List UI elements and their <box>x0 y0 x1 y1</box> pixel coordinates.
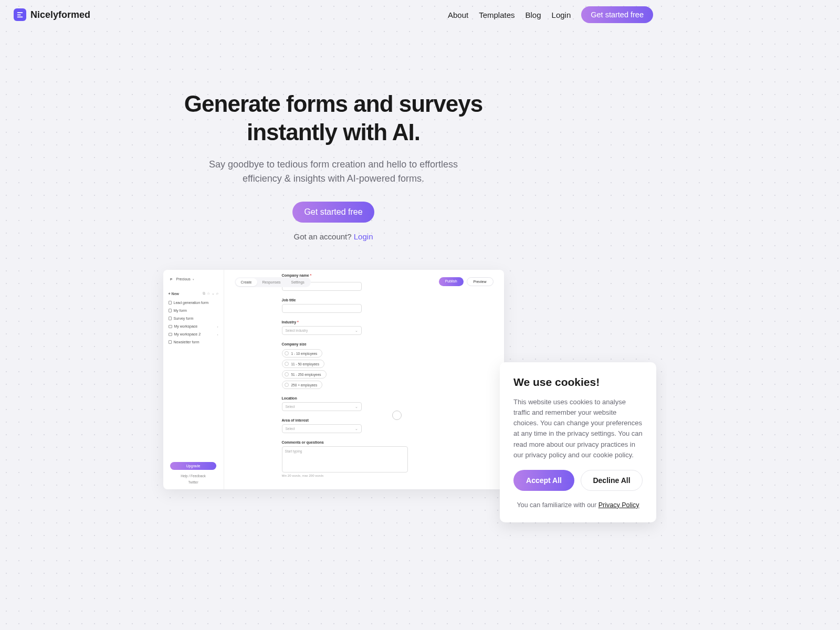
mockup-new-row: + New ⧉ ☆ ⌄ ⌕ <box>167 288 219 299</box>
chevron-right-icon: › <box>217 325 218 328</box>
file-icon <box>169 317 172 320</box>
filter-icon: ⌄ <box>212 291 215 296</box>
select-location: Select ⌄ <box>282 402 362 411</box>
plus-icon: + <box>169 292 171 296</box>
cookie-banner: We use cookies! This website uses cookie… <box>500 362 656 522</box>
char-hint: Min 20 words, max 200 words <box>282 474 418 477</box>
label-industry: Industry * <box>282 320 418 324</box>
select-industry: Select industry ⌄ <box>282 326 362 335</box>
tab-settings: Settings <box>286 278 310 286</box>
label-company-name: Company name * <box>282 274 418 277</box>
sidebar-item-label: My workspace 2 <box>174 332 201 336</box>
new-button: + New <box>169 292 180 296</box>
sidebar-item-label: My workspace <box>174 324 198 328</box>
sidebar-item: Lead generation form <box>167 299 219 307</box>
logo[interactable]: Nicelyformed <box>14 8 90 21</box>
chevron-down-icon: ⌄ <box>355 405 358 409</box>
mockup-main: Create Responses Settings Publish Previe… <box>224 270 504 489</box>
mockup-actions: Publish Preview <box>439 277 494 286</box>
tab-create: Create <box>236 278 257 286</box>
sidebar-item-label: My form <box>174 309 187 312</box>
cursor-indicator <box>392 411 402 420</box>
preview-button: Preview <box>467 277 494 286</box>
sidebar-item: My form <box>167 307 219 314</box>
copy-icon: ⧉ <box>203 291 205 296</box>
label-job-title: Job title <box>282 298 418 302</box>
label-company-size: Company size <box>282 342 418 346</box>
radio-icon <box>285 372 289 376</box>
input-job-title <box>282 304 362 313</box>
sidebar-item: My workspace› <box>167 322 219 330</box>
sidebar-item: Survey form <box>167 314 219 322</box>
nav-blog[interactable]: Blog <box>526 10 541 19</box>
user-name: Precious <box>176 277 191 281</box>
avatar: P <box>169 276 174 282</box>
radio-icon <box>285 351 289 355</box>
hero-section: Generate forms and surveys instantly wit… <box>0 29 667 241</box>
file-icon <box>169 309 172 312</box>
cookie-title: We use cookies! <box>513 376 643 388</box>
sidebar-item-label: Survey form <box>174 317 194 320</box>
svg-rect-1 <box>17 14 21 15</box>
textarea-comments: Start typing <box>282 446 408 472</box>
product-screenshot: P Precious ▾ + New ⧉ ☆ ⌄ ⌕ Lead generati… <box>163 270 504 489</box>
mockup-user-menu: P Precious ▾ <box>167 274 219 284</box>
radio-label: 1 - 10 employees <box>291 352 318 355</box>
chevron-right-icon: › <box>217 333 218 336</box>
login-prompt: Got an account? Login <box>0 232 667 241</box>
nav-templates[interactable]: Templates <box>479 10 514 19</box>
svg-rect-2 <box>17 17 23 18</box>
logo-text: Nicelyformed <box>30 9 90 20</box>
nav-login[interactable]: Login <box>552 10 571 19</box>
select-area-of-interest: Select ⌄ <box>282 424 362 433</box>
nav-about[interactable]: About <box>448 10 468 19</box>
mockup-sidebar: P Precious ▾ + New ⧉ ☆ ⌄ ⌕ Lead generati… <box>163 270 224 489</box>
file-icon <box>169 340 172 344</box>
radio-icon <box>285 383 289 387</box>
radio-label: 11 - 50 employees <box>291 362 319 366</box>
radio-icon <box>285 362 289 366</box>
nav-cta-button[interactable]: Get started free <box>581 6 653 23</box>
hero-title: Generate forms and surveys instantly wit… <box>150 90 517 146</box>
sidebar-item: Newsletter form <box>167 338 219 346</box>
main-nav: About Templates Blog Login Get started f… <box>448 6 653 23</box>
radio-label: 250 + employees <box>291 383 318 387</box>
radio-label: 51 - 250 employees <box>291 373 321 376</box>
radio-option: 1 - 10 employees <box>282 349 323 358</box>
sidebar-item: My workspace 2› <box>167 330 219 338</box>
upgrade-button: Upgrade <box>170 462 216 470</box>
svg-rect-0 <box>17 12 23 13</box>
label-location: Location <box>282 396 418 400</box>
tab-responses: Responses <box>257 278 286 286</box>
sidebar-item-label: Newsletter form <box>174 340 200 344</box>
search-icon: ⌕ <box>216 291 218 296</box>
help-link: Help / Feedback <box>167 473 219 479</box>
cookie-accept-button[interactable]: Accept All <box>513 470 574 491</box>
chevron-down-icon: ⌄ <box>355 427 358 431</box>
mockup-tabs: Create Responses Settings <box>235 277 311 287</box>
hero-subtitle: Say goodbye to tedious form creation and… <box>197 158 470 186</box>
file-icon <box>169 301 172 304</box>
twitter-link: Twitter <box>167 479 219 486</box>
radio-option: 51 - 250 employees <box>282 370 327 379</box>
sidebar-item-label: Lead generation form <box>174 301 209 304</box>
chevron-down-icon: ⌄ <box>355 329 358 333</box>
privacy-policy-link[interactable]: Privacy Policy <box>598 501 639 509</box>
site-header: Nicelyformed About Templates Blog Login … <box>0 0 667 29</box>
cookie-decline-button[interactable]: Decline All <box>581 470 643 491</box>
label-comments: Comments or questions <box>282 440 418 444</box>
publish-button: Publish <box>439 277 464 286</box>
login-link[interactable]: Login <box>354 232 373 241</box>
mockup-sidebar-footer: Upgrade Help / Feedback Twitter <box>167 462 219 485</box>
radio-option: 11 - 50 employees <box>282 360 324 368</box>
radio-option: 250 + employees <box>282 381 323 389</box>
mockup-form: Company name * Job title Industry * Sele… <box>282 276 418 477</box>
star-icon: ☆ <box>207 291 210 296</box>
folder-icon <box>169 333 172 336</box>
cookie-footer: You can familiarize with our Privacy Pol… <box>513 501 643 509</box>
folder-icon <box>169 325 172 328</box>
chevron-down-icon: ▾ <box>193 278 194 281</box>
logo-icon <box>14 8 26 21</box>
hero-cta-button[interactable]: Get started free <box>292 202 374 223</box>
cookie-text: This website uses cookies to analyse tra… <box>513 397 643 460</box>
